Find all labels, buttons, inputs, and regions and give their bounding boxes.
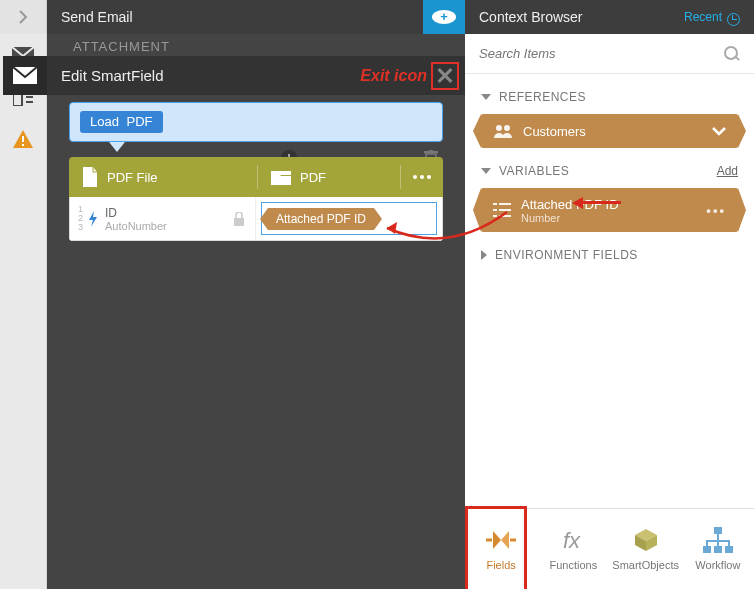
attachment-label: ATTACHMENT: [73, 39, 170, 54]
list-icon: [493, 202, 511, 218]
pdf-mapping-card: PDF File PDF 123: [69, 157, 443, 241]
svg-rect-27: [714, 527, 722, 534]
id-property: 123 ID AutoNumber: [70, 197, 256, 240]
svg-rect-23: [499, 209, 511, 211]
svg-rect-22: [493, 209, 497, 211]
pdf-file-handle[interactable]: PDF File: [69, 157, 257, 197]
search-input[interactable]: [479, 46, 724, 61]
page-title: Send Email: [47, 0, 423, 34]
people-icon: [493, 124, 513, 138]
svg-point-16: [427, 175, 431, 179]
card-more-button[interactable]: [401, 157, 443, 197]
close-icon: [436, 67, 454, 85]
collapse-toggle[interactable]: [0, 0, 47, 34]
svg-rect-29: [714, 546, 722, 553]
svg-rect-28: [703, 546, 711, 553]
pdf-method-handle[interactable]: PDF: [258, 157, 400, 197]
id-value-input[interactable]: Attached PDF ID: [261, 202, 437, 235]
chevron-right-icon: [481, 250, 487, 260]
svg-rect-5: [26, 96, 33, 98]
load-pdf-step[interactable]: Load PDF: [69, 102, 443, 142]
tab-workflow[interactable]: Workflow: [687, 527, 749, 571]
svg-rect-8: [22, 144, 24, 146]
svg-point-18: [496, 125, 502, 131]
clock-icon: [727, 13, 740, 26]
svg-text:+: +: [440, 9, 448, 24]
svg-rect-20: [493, 203, 497, 205]
tab-functions[interactable]: fx Functions: [542, 527, 604, 571]
mail-icon: [3, 56, 47, 95]
svg-rect-25: [499, 215, 511, 217]
lock-icon: [233, 212, 245, 226]
attached-pdf-id-token[interactable]: Attached PDF ID: [268, 208, 374, 230]
exit-icon-annotation: Exit icon: [360, 67, 427, 85]
reference-customers[interactable]: Customers: [481, 114, 738, 148]
variable-attached-pdf-id[interactable]: Attached PDF ID Number •••: [481, 188, 738, 232]
context-browser-title: Context Browser: [479, 9, 582, 25]
pointer-caret-icon: [109, 142, 125, 152]
svg-text:fx: fx: [563, 528, 581, 553]
rail-warning-icon[interactable]: [0, 118, 46, 160]
edit-smartfield-label: Edit SmartField: [61, 67, 164, 84]
add-variable-link[interactable]: Add: [717, 164, 738, 178]
recent-link[interactable]: Recent: [684, 10, 722, 24]
autonumber-icon: [87, 211, 99, 227]
arrowhead-icon: [572, 197, 583, 209]
svg-rect-12: [429, 150, 433, 152]
load-pdf-tag: Load PDF: [80, 111, 163, 133]
svg-rect-17: [234, 218, 244, 226]
annotation-arrow: [583, 201, 621, 204]
svg-rect-6: [26, 101, 33, 103]
variables-section-header[interactable]: VARIABLES Add: [481, 164, 738, 178]
svg-point-15: [420, 175, 424, 179]
svg-point-14: [413, 175, 417, 179]
svg-point-19: [504, 125, 510, 131]
references-section-header[interactable]: REFERENCES: [481, 90, 738, 104]
context-browser-toggle[interactable]: +: [423, 0, 465, 34]
svg-rect-21: [499, 203, 511, 205]
chevron-down-icon: [481, 168, 491, 174]
svg-rect-13: [271, 171, 291, 175]
chevron-down-icon: [712, 127, 726, 136]
svg-rect-24: [493, 215, 497, 217]
tab-smartobjects[interactable]: SmartObjects: [615, 527, 677, 571]
svg-rect-7: [22, 136, 24, 142]
variable-more-button[interactable]: •••: [706, 203, 726, 218]
environment-section-header[interactable]: ENVIRONMENT FIELDS: [481, 248, 738, 262]
tab-fields[interactable]: Fields: [470, 527, 532, 571]
close-button[interactable]: [431, 62, 459, 90]
chevron-down-icon: [481, 94, 491, 100]
svg-rect-30: [725, 546, 733, 553]
search-icon[interactable]: [724, 46, 740, 62]
